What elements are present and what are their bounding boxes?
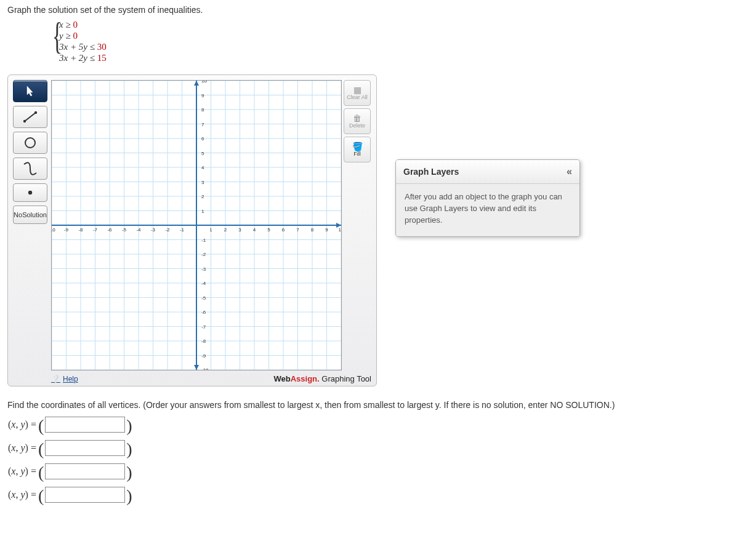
svg-text:10: 10	[339, 227, 341, 233]
svg-text:9: 9	[325, 227, 328, 233]
svg-text:2: 2	[201, 194, 204, 199]
question-prompt: Graph the solution set of the system of …	[7, 5, 732, 15]
graph-canvas[interactable]: -10-9-8-7-6-5-4-3-2-112345678910-10-9-8-…	[51, 80, 342, 370]
svg-text:-4: -4	[136, 227, 141, 233]
left-brace: {	[52, 18, 62, 53]
circle-icon	[23, 136, 37, 150]
point-tool[interactable]	[13, 183, 47, 202]
curve-tool[interactable]	[13, 158, 47, 180]
svg-text:-3: -3	[201, 266, 206, 272]
svg-text:1: 1	[201, 209, 204, 214]
inequality-system: { x ≥ 0 y ≥ 0 3x + 5y ≤ 30 3x + 2y ≤ 15	[50, 20, 732, 63]
svg-text:5: 5	[267, 227, 270, 233]
svg-text:7: 7	[201, 122, 204, 127]
panel-title: Graph Layers	[403, 167, 459, 177]
svg-text:-9: -9	[64, 227, 69, 233]
svg-text:-2: -2	[165, 227, 170, 233]
svg-text:9: 9	[201, 93, 204, 98]
webassign-brand: WebAssign. Graphing Tool	[273, 374, 371, 383]
svg-text:4: 4	[201, 165, 204, 170]
vertex-input-2[interactable]	[45, 440, 125, 456]
svg-line-0	[25, 113, 36, 121]
svg-text:10: 10	[201, 81, 207, 84]
svg-text:-10: -10	[52, 227, 55, 233]
tool-palette: NoSolution	[13, 80, 47, 224]
svg-marker-50	[194, 81, 199, 86]
svg-text:-10: -10	[201, 367, 209, 370]
svg-text:8: 8	[311, 227, 314, 233]
vertex-input-3[interactable]	[45, 463, 125, 479]
answer-row-2: (x, y) = ( )	[7, 439, 732, 457]
vertex-input-1[interactable]	[45, 417, 125, 433]
svg-text:6: 6	[201, 136, 204, 142]
pointer-tool[interactable]	[13, 80, 47, 102]
svg-text:-6: -6	[107, 227, 112, 233]
svg-text:8: 8	[201, 107, 204, 113]
answer-row-1: (x, y) = ( )	[7, 416, 732, 433]
svg-text:4: 4	[253, 227, 256, 233]
svg-point-3	[25, 138, 35, 148]
svg-text:-9: -9	[201, 353, 206, 359]
svg-text:6: 6	[282, 227, 285, 233]
svg-text:-8: -8	[78, 227, 83, 233]
svg-text:-5: -5	[122, 227, 127, 233]
svg-text:-8: -8	[201, 338, 206, 344]
graphing-tool-frame: NoSolution ▦ Clear All 🗑 Delete 🪣 Fill -…	[7, 74, 377, 386]
line-icon	[23, 111, 38, 123]
curve-icon	[22, 162, 38, 175]
line-tool[interactable]	[13, 106, 47, 128]
svg-text:-6: -6	[201, 310, 206, 315]
trash-icon: 🗑	[353, 114, 361, 122]
circle-tool[interactable]	[13, 132, 47, 154]
svg-text:-5: -5	[201, 295, 206, 301]
help-link[interactable]: ❔ Help	[51, 375, 78, 383]
pointer-icon	[26, 86, 34, 97]
svg-text:-7: -7	[93, 227, 98, 233]
clear-icon: ▦	[353, 86, 361, 94]
delete-button[interactable]: 🗑 Delete	[344, 108, 371, 134]
svg-text:-1: -1	[201, 238, 206, 243]
svg-text:-3: -3	[151, 227, 156, 233]
dot-icon	[27, 190, 33, 196]
svg-text:-1: -1	[180, 227, 185, 233]
answer-row-4: (x, y) = ( )	[7, 486, 732, 503]
graph-layers-panel: Graph Layers « After you add an object t…	[395, 159, 580, 237]
clear-all-button[interactable]: ▦ Clear All	[344, 80, 371, 106]
vertex-input-4[interactable]	[45, 487, 125, 503]
fill-button[interactable]: 🪣 Fill	[344, 137, 371, 162]
svg-text:5: 5	[201, 151, 204, 156]
svg-marker-51	[194, 365, 199, 370]
svg-point-1	[23, 120, 26, 122]
svg-text:2: 2	[224, 227, 227, 233]
svg-text:-2: -2	[201, 252, 206, 257]
action-rail: ▦ Clear All 🗑 Delete 🪣 Fill	[343, 80, 371, 162]
help-icon: ❔	[51, 375, 60, 383]
answer-row-3: (x, y) = ( )	[7, 463, 732, 480]
svg-text:1: 1	[209, 227, 212, 233]
svg-point-2	[34, 111, 37, 114]
vertices-question: Find the coordinates of all vertices. (O…	[7, 400, 732, 410]
svg-text:-4: -4	[201, 281, 206, 286]
fill-icon: 🪣	[352, 142, 363, 151]
svg-point-4	[28, 191, 32, 194]
collapse-icon[interactable]: «	[567, 166, 572, 177]
svg-text:7: 7	[296, 227, 299, 233]
svg-text:3: 3	[238, 227, 241, 233]
svg-text:-7: -7	[201, 324, 206, 330]
svg-text:3: 3	[201, 180, 204, 185]
no-solution-button[interactable]: NoSolution	[13, 206, 47, 224]
panel-body: After you add an object to the graph you…	[396, 184, 579, 236]
